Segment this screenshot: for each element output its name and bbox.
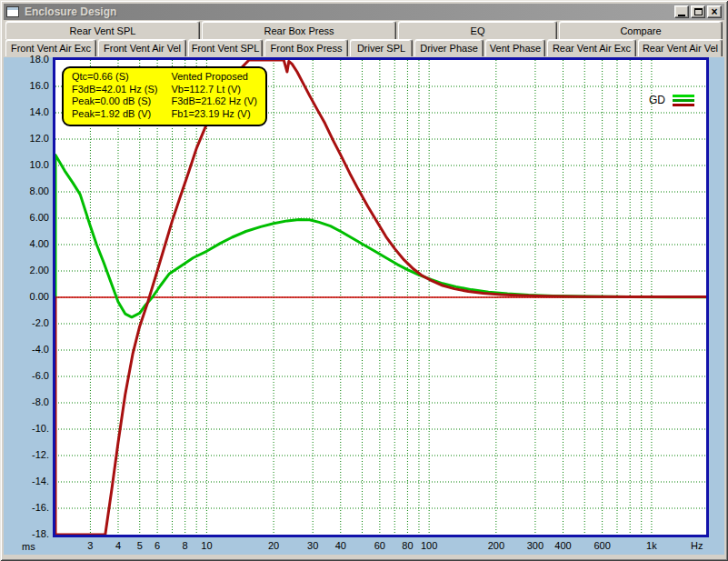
legend-line-1: [673, 99, 694, 102]
tab-rear-vent-spl[interactable]: Rear Vent SPL: [5, 21, 200, 39]
y-tick-label: 2.00: [5, 265, 49, 276]
tooltip-vb: Vb=112.7 Lt (V): [171, 84, 256, 96]
tooltip-qtc: Qtc=0.66 (S): [72, 71, 157, 84]
y-tick-label: -6.0: [5, 370, 49, 382]
tab-eq[interactable]: EQ: [398, 21, 557, 39]
tab-compare[interactable]: Compare: [559, 21, 723, 39]
x-tick-label: 80: [402, 540, 413, 551]
x-tick-label: 8: [183, 540, 188, 551]
enclosure-design-window: Enclosure Design × Rear Vent SPLRear Box…: [0, 0, 728, 561]
y-tick-label: 16.0: [5, 80, 49, 92]
y-tick-label: 6.00: [5, 212, 49, 224]
tab-front-box-press[interactable]: Front Box Press: [264, 39, 348, 56]
y-tick-label: -8.0: [5, 396, 49, 408]
x-tick-label: 1k: [646, 540, 657, 551]
close-button[interactable]: ×: [707, 5, 722, 18]
x-tick-label: 600: [593, 540, 610, 551]
y-tick-label: -4.0: [5, 344, 49, 356]
y-tick-label: 4.00: [5, 238, 49, 250]
tab-front-vent-air-vel[interactable]: Front Vent Air Vel: [98, 39, 186, 56]
x-tick-label: 5: [137, 540, 143, 551]
x-tick-label: 60: [374, 540, 385, 551]
minimize-button[interactable]: [674, 5, 689, 18]
y-tick-label: 0.00: [5, 291, 49, 303]
x-axis-unit: Hz: [691, 540, 703, 551]
y-tick-label: -2.0: [5, 317, 49, 329]
y-tick-label: -16.: [5, 502, 49, 514]
x-tick-label: 300: [527, 540, 544, 551]
y-tick-label: 8.00: [5, 185, 49, 197]
y-axis-unit: ms: [22, 541, 35, 552]
x-tick-label: 10: [201, 540, 212, 551]
legend-line-swatches: [673, 95, 694, 106]
tooltip-f3db-sealed: F3dB=42.01 Hz (S): [72, 84, 157, 96]
x-tick-label: 400: [554, 540, 571, 551]
x-tick-label: 40: [335, 540, 346, 551]
tab-vent-phase[interactable]: Vent Phase: [485, 39, 545, 56]
legend-line-0: [673, 95, 694, 97]
tooltip-vented-title: Vented Proposed: [171, 71, 256, 84]
maximize-icon: [694, 8, 703, 15]
y-tick-label: -14.: [5, 476, 49, 487]
app-window-icon: [6, 6, 19, 17]
tab-rear-vent-air-vel[interactable]: Rear Vent Air Vel: [638, 39, 723, 56]
minimize-icon: [678, 15, 685, 16]
legend-line-2: [673, 104, 694, 106]
y-tick-label: -12.: [5, 449, 49, 461]
x-tick-label: 30: [307, 540, 318, 551]
tab-row-lower: Front Vent Air ExcFront Vent Air VelFron…: [5, 39, 723, 56]
x-tick-label: 3: [87, 540, 93, 551]
parameters-tooltip: Qtc=0.66 (S) Vented Proposed F3dB=42.01 …: [62, 66, 267, 126]
x-tick-label: 200: [488, 540, 504, 551]
x-tick-label: 100: [421, 540, 437, 551]
title-bar[interactable]: Enclosure Design ×: [4, 4, 724, 20]
tooltip-peak-vented: Peak=1.92 dB (V): [72, 108, 157, 121]
close-icon: ×: [711, 7, 717, 16]
y-tick-label: -10.: [5, 423, 49, 435]
chart-panel: Qtc=0.66 (S) Vented Proposed F3dB=42.01 …: [4, 57, 724, 555]
tab-rear-vent-air-exc[interactable]: Rear Vent Air Exc: [547, 39, 636, 56]
x-tick-label: 6: [155, 540, 160, 551]
tab-front-vent-spl[interactable]: Front Vent SPL: [188, 39, 263, 56]
y-tick-label: 12.0: [5, 133, 49, 145]
chart-svg: [55, 60, 706, 535]
tooltip-fb1: Fb1=23.19 Hz (V): [171, 108, 256, 121]
tab-driver-phase[interactable]: Driver Phase: [414, 39, 484, 56]
legend-label: GD: [649, 94, 665, 106]
x-tick-label: 20: [268, 540, 279, 551]
y-tick-label: 10.0: [5, 159, 49, 171]
y-tick-label: -18.: [5, 528, 49, 540]
tab-rear-box-press[interactable]: Rear Box Press: [202, 21, 396, 39]
y-tick-label: 18.0: [5, 54, 49, 65]
x-tick-label: 4: [115, 540, 121, 551]
y-tick-label: 14.0: [5, 106, 49, 118]
chart-legend: GD: [649, 94, 694, 106]
tab-driver-spl[interactable]: Driver SPL: [350, 39, 413, 56]
tooltip-f3db-vented: F3dB=21.62 Hz (V): [171, 95, 256, 108]
plot-area: [53, 57, 709, 537]
curve-sealed-group-delay: [55, 155, 706, 316]
tooltip-peak-sealed: Peak=0.00 dB (S): [72, 95, 157, 108]
tab-row-upper: Rear Vent SPLRear Box PressEQCompare: [5, 21, 723, 39]
window-title: Enclosure Design: [25, 5, 674, 18]
maximize-button[interactable]: [691, 5, 705, 18]
